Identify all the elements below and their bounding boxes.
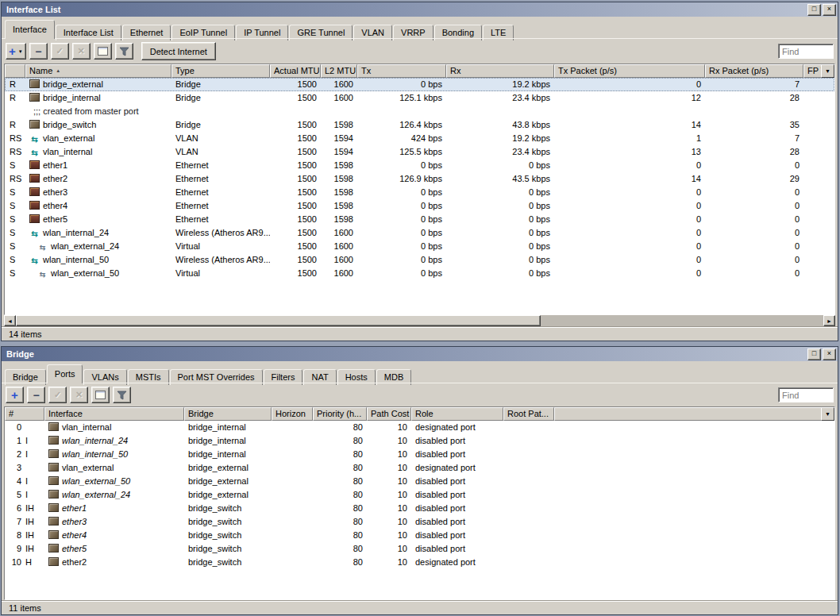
tab-vrrp[interactable]: VRRP [393,25,433,40]
tab-interface[interactable]: Interface [5,20,55,39]
table-row[interactable]: 3vlan_externalbridge_external8010designa… [5,461,834,475]
table-row[interactable]: 1Iwlan_internal_24bridge_internal8010dis… [5,434,834,448]
column-header-tx_packet[interactable]: Tx Packet (p/s) [554,64,705,78]
tab-bridge[interactable]: Bridge [5,369,46,385]
column-header-l2_mtu[interactable]: L2 MTU [321,64,357,78]
enable-button[interactable]: ✓ [51,43,69,60]
tab-vlans[interactable]: VLANs [83,369,126,385]
column-header-num[interactable]: # [5,407,44,421]
column-header-filler[interactable] [554,407,834,421]
scroll-left-button[interactable]: ◄ [4,315,16,326]
row-number: 5 [9,488,21,502]
column-header-tx[interactable]: Tx [357,64,446,78]
column-header-path_cost[interactable]: Path Cost [367,407,411,421]
column-header-bridge[interactable]: Bridge [184,407,272,421]
detect-internet-button[interactable]: Detect Internet [141,42,216,60]
table-row[interactable]: Sether4Ethernet150015980 bps0 bps00 [5,199,834,213]
comment-button[interactable] [94,43,112,60]
remove-button[interactable]: − [27,387,45,403]
cell-role: disabled port [411,488,503,502]
tab-gre-tunnel[interactable]: GRE Tunnel [289,25,353,40]
table-row[interactable]: Sether3Ethernet150015980 bps0 bps00 [5,186,834,199]
table-row[interactable]: 6IHether1bridge_switch8010disabled port [5,502,834,515]
maximize-button[interactable]: □ [807,348,821,360]
find-input[interactable] [778,387,834,402]
tab-vlan[interactable]: VLAN [353,25,392,40]
tab-ethernet[interactable]: Ethernet [122,25,171,40]
table-row[interactable]: RS⇆vlan_externalVLAN15001594424 bps19.2 … [5,132,834,145]
table-row[interactable]: 5Iwlan_external_24bridge_external8010dis… [5,488,834,502]
column-header-rx_packet[interactable]: Rx Packet (p/s) [705,64,803,78]
table-row[interactable]: Rbridge_internalBridge15001600125.1 kbps… [5,91,834,105]
tab-nat[interactable]: NAT [303,369,336,385]
column-select-button[interactable]: ▼ [821,64,834,78]
interface-window-titlebar[interactable]: Interface List □ × [2,2,838,17]
table-row[interactable]: RS⇆vlan_internalVLAN15001594125.5 kbps23… [5,145,834,159]
table-row[interactable]: S⇆wlan_internal_50Wireless (Atheros AR9.… [5,253,834,267]
column-header-label: # [9,409,13,418]
bridge-window-titlebar[interactable]: Bridge □ × [2,347,838,361]
table-row[interactable]: 9IHether5bridge_switch8010disabled port [5,542,834,556]
tab-hosts[interactable]: Hosts [337,369,376,385]
tab-port-mst-overrides[interactable]: Port MST Overrides [170,369,263,385]
horizontal-scrollbar[interactable]: ◄ ► [4,315,835,326]
column-header-interface[interactable]: Interface [44,407,184,421]
scrollbar-thumb[interactable] [16,315,541,326]
column-header-role[interactable]: Role [411,407,503,421]
tab-bonding[interactable]: Bonding [434,25,482,40]
tab-ip-tunnel[interactable]: IP Tunnel [236,25,288,40]
enable-button[interactable]: ✓ [48,387,67,403]
filter-button[interactable] [115,43,133,60]
tab-interface-list[interactable]: Interface List [56,25,121,40]
column-header-type[interactable]: Type [171,64,270,78]
table-row[interactable]: S⇆wlan_external_50Virtual150016000 bps0 … [5,267,834,280]
disable-button[interactable]: ✕ [70,387,88,403]
filter-button[interactable] [113,387,131,403]
table-row[interactable]: S⇆wlan_external_24Virtual150016000 bps0 … [5,240,834,253]
comment-row[interactable]: ;;; created from master port [5,105,834,118]
interface-toolbar: + ▼ − ✓ ✕ Detect Internet [2,39,838,64]
table-row[interactable]: Rbridge_externalBridge150016000 bps19.2 … [5,78,834,91]
add-button[interactable]: + ▼ [6,43,26,60]
column-header-actual_mtu[interactable]: Actual MTU [270,64,321,78]
cell-filler [554,542,834,556]
table-row[interactable]: 8IHether4bridge_switch8010disabled port [5,529,834,542]
column-select-button[interactable]: ▼ [821,407,834,421]
column-header-horizon[interactable]: Horizon [272,407,313,421]
interface-name: vlan_internal [43,147,92,156]
scroll-right-button[interactable]: ► [823,315,835,326]
column-header-name[interactable]: Name▲ [25,64,171,78]
tab-ports[interactable]: Ports [47,364,83,383]
column-header-priority[interactable]: Priority (h... [313,407,367,421]
table-row[interactable]: 4Iwlan_external_50bridge_external8010dis… [5,475,834,488]
tab-mstis[interactable]: MSTIs [128,369,169,385]
table-row[interactable]: S⇆wlan_internal_24Wireless (Atheros AR9.… [5,226,834,240]
table-row[interactable]: Rbridge_switchBridge15001598126.4 kbps43… [5,118,834,132]
table-row[interactable]: 10Hether2bridge_switch8010designated por… [5,556,834,569]
tab-mdb[interactable]: MDB [376,369,411,385]
table-row[interactable]: 7IHether3bridge_switch8010disabled port [5,515,834,529]
table-row[interactable]: 0vlan_internalbridge_internal8010designa… [5,421,834,434]
bridge-port-icon [48,449,59,458]
column-header-root_path[interactable]: Root Pat... [503,407,554,421]
maximize-button[interactable]: □ [807,4,821,16]
window-title: Interface List [6,5,806,14]
table-row[interactable]: Sether5Ethernet150015980 bps0 bps00 [5,213,834,226]
find-input[interactable] [778,44,834,59]
remove-button[interactable]: − [29,43,48,60]
tab-filters[interactable]: Filters [264,369,303,385]
scrollbar-track[interactable] [16,315,823,326]
table-row[interactable]: Sether1Ethernet150015980 bps0 bps00 [5,159,834,172]
tab-eoip-tunnel[interactable]: EoIP Tunnel [171,25,235,40]
interface-name: wlan_external_50 [62,476,130,486]
column-header-flags[interactable] [5,64,25,78]
table-row[interactable]: RSether2Ethernet15001598126.9 kbps43.5 k… [5,172,834,186]
add-button[interactable]: + [6,387,24,403]
comment-button[interactable] [91,387,110,403]
close-button[interactable]: × [823,4,836,16]
table-row[interactable]: 2Iwlan_internal_50bridge_internal8010dis… [5,448,834,461]
close-button[interactable]: × [823,348,836,360]
column-header-rx[interactable]: Rx [446,64,554,78]
disable-button[interactable]: ✕ [72,43,91,60]
tab-lte[interactable]: LTE [483,25,514,40]
